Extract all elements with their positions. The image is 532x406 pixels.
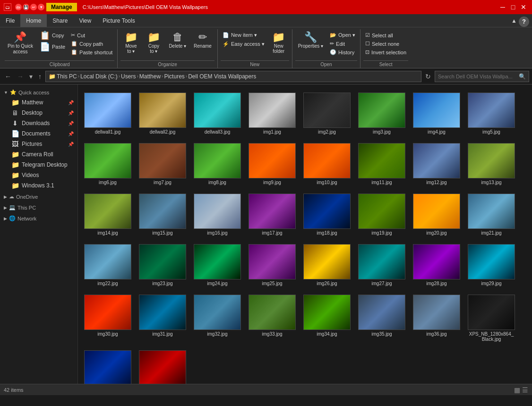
file-item[interactable]: img9.jpg — [246, 140, 298, 187]
file-item[interactable]: img27.jpg — [356, 241, 408, 288]
forward-button[interactable]: → — [15, 72, 26, 81]
file-item[interactable]: img10.jpg — [301, 140, 353, 187]
maximize-button[interactable]: □ — [508, 2, 518, 12]
help-button[interactable]: ? — [519, 17, 529, 27]
up-button[interactable]: ↑ — [36, 72, 43, 81]
menu-share[interactable]: Share — [47, 14, 73, 27]
crumb-this-pc[interactable]: This PC — [57, 73, 77, 80]
grid-view-button[interactable]: ▦ — [514, 386, 520, 394]
crumb-current[interactable]: Dell OEM Vista Wallpapers — [188, 73, 256, 80]
file-item[interactable]: img12.jpg — [411, 140, 463, 187]
file-item[interactable]: img8.jpg — [191, 140, 243, 187]
sidebar-item-documents[interactable]: 📄 Documents 📌 — [0, 128, 77, 139]
file-item[interactable]: img1.jpg — [246, 89, 298, 137]
ribbon-collapse-btn[interactable]: ▲ — [511, 17, 517, 24]
close-button[interactable]: ✕ — [519, 2, 528, 12]
file-item[interactable]: img33.jpg — [246, 291, 298, 344]
edit-button[interactable]: ✏ Edit — [328, 40, 357, 48]
sidebar-item-downloads[interactable]: ⬇ Downloads 📌 — [0, 118, 77, 128]
file-item[interactable]: img2.jpg — [301, 89, 353, 137]
file-item[interactable]: img17.jpg — [246, 190, 298, 238]
copy-button[interactable]: 📋 Copy — [38, 30, 67, 41]
file-item[interactable]: XPS_NB_1280x864_NewBlue.jpg — [82, 347, 134, 384]
file-item[interactable]: img18.jpg — [301, 190, 353, 238]
file-item[interactable]: img23.jpg — [137, 241, 189, 288]
menu-picture-tools[interactable]: Picture Tools — [97, 14, 140, 27]
file-item[interactable]: img30.jpg — [82, 291, 134, 344]
file-item[interactable]: img16.jpg — [191, 190, 243, 238]
quick-save-icon[interactable]: 💾 — [23, 4, 29, 10]
file-item[interactable]: img19.jpg — [356, 190, 408, 238]
undo-icon[interactable]: ↩ — [30, 4, 37, 10]
sidebar-item-matthew[interactable]: 📁 Matthew 📌 — [0, 97, 77, 108]
copy-to-button[interactable]: 📁 Copyto ▾ — [143, 30, 164, 56]
file-item[interactable]: dellwall2.jpg — [137, 89, 189, 137]
properties-button[interactable]: 🔧 Properties ▾ — [295, 30, 326, 51]
history-button[interactable]: 🕐 History — [328, 48, 357, 56]
minimize-button[interactable]: ─ — [498, 2, 507, 12]
file-item[interactable]: XPS_NB_1280x864_Black.jpg — [465, 291, 517, 344]
file-item[interactable]: img34.jpg — [301, 291, 353, 344]
list-view-button[interactable]: ☰ — [522, 386, 528, 394]
file-item[interactable]: img4.jpg — [411, 89, 463, 137]
back-button[interactable]: ← — [3, 72, 13, 81]
file-item[interactable]: img7.jpg — [137, 140, 189, 187]
file-item[interactable]: img26.jpg — [301, 241, 353, 288]
manage-tab[interactable]: Manage — [46, 3, 77, 11]
file-item[interactable]: img29.jpg — [465, 241, 517, 288]
quick-access-toolbar-icon[interactable]: 🗁 — [15, 4, 22, 10]
sidebar-header-this-pc[interactable]: ▶ 💻 This PC — [0, 203, 77, 212]
file-item[interactable]: img11.jpg — [356, 140, 408, 187]
rename-button[interactable]: ✏ Rename — [191, 30, 215, 51]
easy-access-button[interactable]: ⚡ Easy access ▾ — [221, 40, 266, 48]
move-to-button[interactable]: 📁 Moveto ▾ — [120, 30, 141, 56]
search-box[interactable]: 🔍 — [435, 71, 529, 82]
new-folder-button[interactable]: 📁 Newfolder — [268, 30, 289, 56]
file-item[interactable]: img15.jpg — [137, 190, 189, 238]
menu-view[interactable]: View — [73, 14, 97, 27]
new-item-button[interactable]: 📄 New item ▾ — [221, 31, 266, 39]
file-item[interactable]: dellwall3.jpg — [191, 89, 243, 137]
file-item[interactable]: img13.jpg — [465, 140, 517, 187]
cut-button[interactable]: ✂ Cut — [69, 31, 114, 39]
address-breadcrumb[interactable]: 📁 This PC › Local Disk (C:) › Users › Ma… — [45, 71, 421, 82]
file-item[interactable]: img36.jpg — [411, 291, 463, 344]
sidebar-item-windows31[interactable]: 📁 Windows 3.1 — [0, 180, 77, 191]
file-item[interactable]: img6.jpg — [82, 140, 134, 187]
sidebar-header-quick-access[interactable]: ▼ ⭐ Quick access — [0, 87, 77, 97]
file-item[interactable]: img14.jpg — [82, 190, 134, 238]
sidebar-item-videos[interactable]: 📁 Videos — [0, 170, 77, 180]
invert-selection-button[interactable]: ⊡ Invert selection — [363, 48, 408, 56]
refresh-button[interactable]: ↻ — [423, 72, 433, 81]
sidebar-header-onedrive[interactable]: ▶ ☁ OneDrive — [0, 192, 77, 202]
sidebar-item-camera-roll[interactable]: 📁 Camera Roll — [0, 149, 77, 160]
sidebar-header-network[interactable]: ▶ 🌐 Network — [0, 213, 77, 223]
search-input[interactable] — [438, 74, 517, 79]
copy-path-button[interactable]: 📋 Copy path — [69, 40, 114, 48]
menu-file[interactable]: File — [0, 14, 20, 27]
open-btn[interactable]: 📂 Open ▾ — [328, 31, 357, 39]
paste-button[interactable]: 📄 Paste — [38, 42, 67, 52]
crumb-users[interactable]: Users — [121, 73, 136, 80]
crumb-pictures[interactable]: Pictures — [164, 73, 184, 80]
select-all-button[interactable]: ☑ Select all — [363, 31, 408, 39]
crumb-matthew[interactable]: Matthew — [139, 73, 161, 80]
menu-home[interactable]: Home — [20, 14, 47, 27]
sidebar-item-telegram[interactable]: 📁 Telegram Desktop — [0, 160, 77, 170]
file-item[interactable]: img28.jpg — [411, 241, 463, 288]
select-none-button[interactable]: ☐ Select none — [363, 40, 408, 48]
file-item[interactable]: img25.jpg — [246, 241, 298, 288]
sidebar-item-pictures[interactable]: 🖼 Pictures 📌 — [0, 139, 77, 149]
file-item[interactable]: img22.jpg — [82, 241, 134, 288]
file-item[interactable]: img35.jpg — [356, 291, 408, 344]
file-item[interactable]: img21.jpg — [465, 190, 517, 238]
file-item[interactable]: img31.jpg — [137, 291, 189, 344]
sidebar-item-desktop[interactable]: 🖥 Desktop 📌 — [0, 108, 77, 118]
file-item[interactable]: img20.jpg — [411, 190, 463, 238]
dropdown-icon[interactable]: ▾ — [38, 4, 44, 10]
pin-to-quick-access-button[interactable]: 📌 Pin to Quickaccess — [5, 30, 36, 57]
file-item[interactable]: dellwall1.jpg — [82, 89, 134, 137]
file-item[interactable]: XPS_NB_1280x864_Red.jpg — [137, 347, 189, 384]
recent-locations-button[interactable]: ▾ — [27, 72, 34, 81]
file-item[interactable]: img5.jpg — [465, 89, 517, 137]
